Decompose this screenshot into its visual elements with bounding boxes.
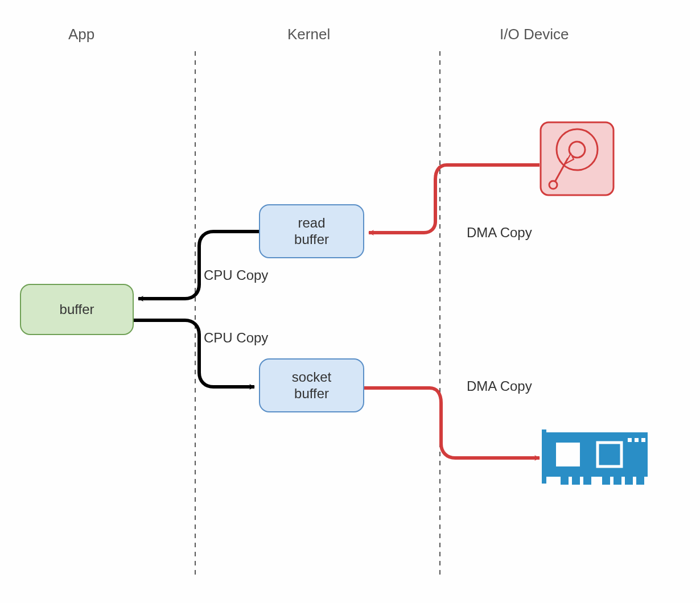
svg-rect-17 — [641, 438, 645, 442]
header-io-device: I/O Device — [500, 26, 569, 43]
socket-buffer-box: socketbuffer — [259, 358, 364, 412]
svg-rect-14 — [636, 477, 644, 485]
svg-point-3 — [549, 181, 557, 189]
svg-rect-0 — [541, 122, 613, 195]
svg-rect-6 — [598, 443, 621, 466]
hard-disk-icon — [541, 122, 613, 195]
svg-point-2 — [569, 142, 585, 158]
svg-rect-5 — [556, 443, 580, 466]
cpu-copy-2-label: CPU Copy — [204, 330, 268, 346]
svg-rect-11 — [602, 477, 610, 485]
cpu-copy-1-label: CPU Copy — [204, 267, 268, 283]
svg-rect-10 — [583, 477, 591, 485]
dma-copy-2-label: DMA Copy — [467, 378, 532, 394]
socket-buffer-label: socketbuffer — [292, 369, 331, 402]
network-card-icon — [542, 429, 648, 485]
svg-rect-16 — [635, 438, 639, 442]
svg-rect-12 — [613, 477, 621, 485]
app-buffer-box: buffer — [20, 284, 134, 335]
read-buffer-label: readbuffer — [294, 215, 329, 248]
svg-rect-7 — [542, 429, 546, 484]
header-app: App — [68, 26, 94, 43]
dma-copy-1-label: DMA Copy — [467, 225, 532, 241]
svg-rect-8 — [561, 477, 569, 485]
header-kernel: Kernel — [287, 26, 330, 43]
arrow-socket-to-nic — [364, 388, 540, 458]
svg-rect-13 — [625, 477, 633, 485]
svg-point-1 — [557, 129, 598, 170]
svg-rect-4 — [546, 432, 648, 477]
svg-rect-15 — [628, 438, 632, 442]
arrow-disk-to-read — [369, 165, 540, 233]
svg-rect-9 — [572, 477, 580, 485]
read-buffer-box: readbuffer — [259, 204, 364, 258]
app-buffer-label: buffer — [60, 302, 94, 318]
arrow-read-to-app — [138, 232, 259, 299]
